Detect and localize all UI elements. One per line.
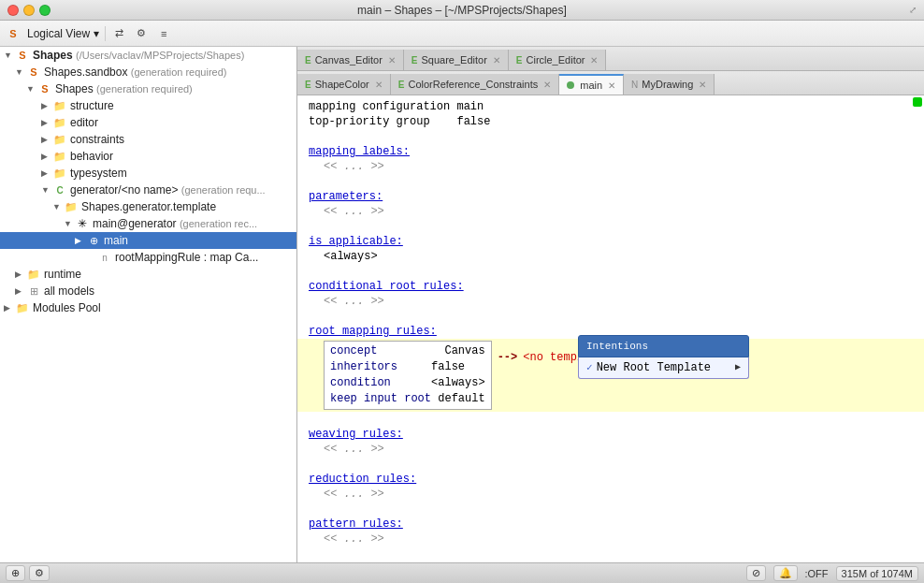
- editor-line-blank: [297, 219, 924, 234]
- typesystem-icon: 📁: [52, 166, 67, 181]
- window-title: main – Shapes – [~/MPSProjects/Shapes]: [357, 4, 567, 17]
- tree-item-shapes-root[interactable]: ▼ S Shapes (/Users/vaclav/MPSProjects/Sh…: [0, 47, 296, 64]
- tab-canvas-editor[interactable]: E Canvas_Editor ✕: [297, 50, 404, 70]
- maximize-button[interactable]: [39, 5, 51, 16]
- expand-arrow[interactable]: ▶: [75, 236, 86, 245]
- check-icon: ✓: [586, 360, 593, 375]
- close-button[interactable]: [7, 5, 19, 16]
- tree-item-typesystem[interactable]: ▶ 📁 typesystem: [0, 165, 296, 182]
- mapping-labels-link[interactable]: mapping labels:: [309, 144, 410, 159]
- editor-area[interactable]: mapping configuration main top-priority …: [297, 95, 924, 562]
- tree-item-editor[interactable]: ▶ 📁 editor: [0, 114, 296, 131]
- expand-arrow[interactable]: ▶: [41, 101, 52, 110]
- editor-line: abandon roots:: [297, 561, 924, 562]
- popup-menu-item-new-root-template[interactable]: ✓ New Root Template ▶: [579, 357, 748, 378]
- is-applicable-link[interactable]: is applicable:: [309, 234, 403, 249]
- tab-close-btn[interactable]: ✕: [388, 55, 396, 66]
- expand-arrow[interactable]: ▶: [41, 118, 52, 127]
- tab-close-btn[interactable]: ✕: [590, 55, 598, 66]
- tab-mydrawing[interactable]: N MyDrawing ✕: [624, 74, 715, 95]
- menu-item-label: New Root Template: [597, 360, 711, 375]
- view-icon: S: [6, 26, 21, 41]
- editor-line: << ... >>: [297, 487, 924, 502]
- expand-arrow[interactable]: ▼: [15, 67, 26, 77]
- root-mapping-rules-link[interactable]: root mapping rules:: [309, 324, 437, 339]
- tree-item-shapes-sandbox[interactable]: ▼ S Shapes.sandbox (generation required): [0, 64, 296, 80]
- tab-colorreference[interactable]: E ColorReference_Constraints ✕: [391, 74, 559, 95]
- expand-arrow[interactable]: ▶: [41, 152, 52, 161]
- all-models-label: all models: [44, 284, 94, 298]
- expand-arrow[interactable]: ▶: [15, 286, 26, 296]
- window-controls[interactable]: [7, 5, 51, 16]
- tab-close-btn[interactable]: ✕: [493, 55, 500, 66]
- resize-icon[interactable]: ⤢: [909, 5, 917, 15]
- tab-square-editor[interactable]: E Square_Editor ✕: [404, 50, 509, 70]
- expand-arrow[interactable]: ▶: [41, 135, 52, 144]
- weaving-rules-link[interactable]: weaving rules:: [309, 427, 403, 442]
- status-bar: ⊕ ⚙ ⊘ 🔔 :OFF 315M of 1074M: [0, 562, 924, 583]
- sync-icon[interactable]: ⇄: [109, 24, 128, 43]
- tab-close-btn[interactable]: ✕: [699, 80, 706, 90]
- placeholder-text: << ... >>: [324, 532, 384, 547]
- typesystem-label: typesystem: [70, 167, 127, 180]
- expand-arrow[interactable]: ▼: [41, 185, 52, 195]
- tab-icon: E: [411, 55, 418, 66]
- editor-line: << ... >>: [297, 159, 924, 174]
- tab-circle-editor[interactable]: E Circle_Editor ✕: [509, 50, 607, 70]
- line-text: top-priority group false: [309, 114, 490, 129]
- editor-line: << ... >>: [297, 294, 924, 309]
- tab-main[interactable]: main ✕: [559, 74, 624, 95]
- gear-icon[interactable]: ⚙: [132, 24, 151, 43]
- line-text: mapping configuration main: [309, 99, 484, 114]
- editor-line: mapping configuration main: [297, 99, 924, 114]
- shapes-root-label: Shapes (/Users/vaclav/MPSProjects/Shapes…: [33, 49, 244, 62]
- parameters-link[interactable]: parameters:: [309, 189, 383, 204]
- expand-arrow[interactable]: ▼: [64, 219, 75, 228]
- status-icon1[interactable]: ⊕: [6, 565, 25, 581]
- tree-item-rootmappingrule[interactable]: n rootMappingRule : map Ca...: [0, 249, 296, 266]
- status-settings-btn[interactable]: ⚙: [29, 565, 50, 581]
- tree-item-shapes-child[interactable]: ▼ S Shapes (generation required): [0, 80, 296, 97]
- tab-close-btn[interactable]: ✕: [543, 80, 551, 90]
- structure-label: structure: [70, 99, 114, 112]
- status-scroll-btn[interactable]: ⊘: [746, 565, 766, 581]
- tree-item-shapes-gen-template[interactable]: ▼ 📁 Shapes.generator.template: [0, 198, 296, 215]
- placeholder-text: << ... >>: [324, 442, 384, 457]
- tree-item-constraints[interactable]: ▶ 📁 constraints: [0, 131, 296, 148]
- expand-arrow[interactable]: ▶: [41, 168, 52, 178]
- tree-item-generator[interactable]: ▼ C generator/<no name> (generation requ…: [0, 182, 296, 198]
- conditional-root-rules-link[interactable]: conditional root rules:: [309, 279, 464, 294]
- expand-arrow[interactable]: ▼: [26, 84, 37, 94]
- gen-template-label: Shapes.generator.template: [81, 200, 216, 213]
- tree-item-modules-pool[interactable]: ▶ 📁 Modules Pool: [0, 299, 296, 316]
- status-bell-btn[interactable]: 🔔: [773, 565, 798, 581]
- tabs-row2: E ShapeColor ✕ E ColorReference_Constrai…: [297, 71, 924, 95]
- constraints-icon: 📁: [52, 132, 67, 147]
- tree-item-main[interactable]: ▶ ⊕ main: [0, 232, 296, 249]
- tab-shapecolor[interactable]: E ShapeColor ✕: [297, 74, 391, 95]
- tree-item-behavior[interactable]: ▶ 📁 behavior: [0, 148, 296, 165]
- placeholder-text: << ... >>: [324, 204, 384, 219]
- expand-arrow[interactable]: ▶: [15, 270, 26, 279]
- tree-item-structure[interactable]: ▶ 📁 structure: [0, 97, 296, 114]
- filter-icon[interactable]: ≡: [154, 24, 173, 43]
- tree-item-main-generator[interactable]: ▼ ✳ main@generator (generation rec...: [0, 215, 296, 232]
- expand-arrow[interactable]: ▼: [4, 51, 15, 60]
- editor-line: top-priority group false: [297, 114, 924, 129]
- tab-close-btn[interactable]: ✕: [375, 80, 383, 90]
- status-memory-label[interactable]: 315M of 1074M: [836, 566, 918, 581]
- editor-line: weaving rules:: [297, 427, 924, 442]
- reduction-rules-link[interactable]: reduction rules:: [309, 472, 416, 487]
- expand-arrow[interactable]: ▼: [52, 202, 64, 211]
- minimize-button[interactable]: [23, 5, 35, 16]
- view-dropdown[interactable]: ▾: [94, 27, 99, 40]
- tree-item-all-models[interactable]: ▶ ⊞ all models: [0, 283, 296, 299]
- tab-close-btn[interactable]: ✕: [608, 80, 615, 91]
- shapes-child-label: Shapes (generation required): [55, 82, 193, 95]
- expand-arrow[interactable]: ▶: [4, 303, 15, 313]
- intentions-popup: Intentions ✓ New Root Template ▶: [578, 335, 749, 379]
- abandon-roots-link[interactable]: abandon roots:: [309, 561, 403, 562]
- tree-item-runtime[interactable]: ▶ 📁 runtime: [0, 266, 296, 283]
- editor-line-blank: [297, 174, 924, 189]
- pattern-rules-link[interactable]: pattern rules:: [309, 517, 403, 532]
